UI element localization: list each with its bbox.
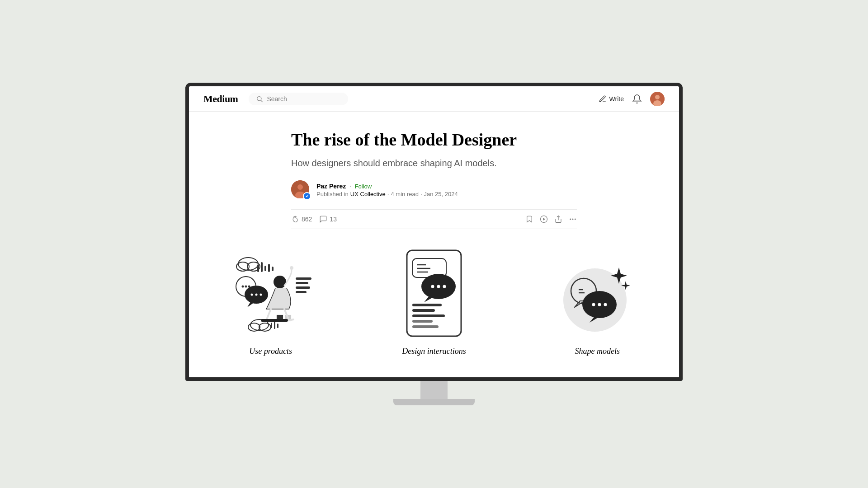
svg-point-68	[592, 303, 595, 306]
author-avatar-wrapper	[291, 180, 311, 200]
svg-point-70	[604, 303, 607, 306]
svg-point-3	[655, 95, 660, 99]
author-info: Paz Perez · Follow Published in UX Colle…	[316, 183, 458, 197]
claps-count: 862	[302, 216, 312, 223]
svg-point-42	[259, 323, 271, 331]
illustrations-section: Use products	[189, 244, 679, 356]
svg-rect-22	[272, 267, 274, 271]
svg-point-13	[572, 218, 574, 220]
design-interactions-illustration	[393, 246, 475, 341]
svg-point-6	[297, 184, 303, 190]
illustration-image-1	[189, 244, 352, 343]
write-label: Write	[609, 95, 624, 103]
author-row: Paz Perez · Follow Published in UX Colle…	[291, 180, 577, 200]
search-bar[interactable]	[249, 93, 348, 105]
svg-rect-45	[277, 324, 278, 328]
search-input[interactable]	[267, 95, 335, 103]
user-avatar[interactable]	[650, 92, 665, 106]
svg-point-55	[443, 285, 446, 288]
svg-rect-43	[271, 323, 272, 328]
header: Medium Write	[189, 86, 679, 112]
svg-point-32	[274, 276, 286, 288]
header-left: Medium	[203, 93, 348, 105]
svg-point-0	[257, 96, 261, 100]
svg-point-30	[259, 293, 262, 296]
monitor-wrapper: Medium Write	[181, 83, 687, 405]
play-icon	[540, 215, 548, 223]
illustration-label-2: Design interactions	[402, 347, 466, 356]
header-right: Write	[599, 92, 665, 106]
svg-line-1	[261, 100, 263, 102]
article-container: The rise of the Model Designer How desig…	[280, 130, 588, 229]
svg-point-14	[575, 218, 576, 220]
comments-button[interactable]: 13	[319, 215, 337, 223]
svg-marker-31	[247, 302, 255, 307]
author-meta: Published in UX Collective · 4 min read …	[316, 191, 458, 197]
read-time: 4 min read	[391, 191, 418, 197]
svg-marker-38	[274, 311, 286, 324]
svg-rect-37	[296, 291, 307, 293]
more-icon	[569, 215, 577, 223]
svg-rect-36	[296, 286, 310, 289]
bookmark-icon	[525, 215, 533, 223]
share-icon	[554, 215, 562, 223]
write-icon	[599, 95, 607, 103]
illustration-image-3	[516, 244, 679, 343]
svg-rect-57	[412, 304, 442, 306]
badge-icon	[305, 194, 309, 198]
illustration-label-1: Use products	[249, 347, 292, 356]
svg-rect-21	[268, 264, 270, 272]
comments-count: 13	[330, 216, 337, 223]
monitor-stand-base	[393, 399, 475, 405]
svg-point-54	[437, 285, 440, 288]
dot-separator: ·	[349, 183, 351, 190]
publish-date: Jan 25, 2024	[424, 191, 458, 197]
listen-button[interactable]	[540, 215, 548, 223]
svg-rect-35	[296, 282, 308, 284]
claps-button[interactable]: 862	[291, 215, 312, 223]
shape-models-illustration	[552, 246, 642, 341]
author-name[interactable]: Paz Perez	[316, 183, 346, 190]
app: Medium Write	[189, 86, 679, 377]
article-title: The rise of the Model Designer	[291, 130, 577, 150]
follow-button[interactable]: Follow	[355, 183, 372, 190]
illustration-label-3: Shape models	[575, 347, 620, 356]
comment-icon	[319, 215, 327, 223]
svg-point-29	[255, 293, 257, 296]
illustration-block-1: Use products	[189, 244, 352, 356]
svg-point-41	[248, 323, 260, 331]
more-button[interactable]	[569, 215, 577, 223]
svg-point-28	[250, 293, 253, 296]
write-button[interactable]: Write	[599, 95, 624, 103]
svg-point-25	[245, 285, 247, 287]
bookmark-button[interactable]	[525, 215, 533, 223]
actions-bar: 862 13	[291, 209, 577, 229]
svg-point-33	[290, 266, 293, 270]
search-icon	[256, 95, 263, 103]
published-in-label: Published in	[316, 191, 349, 197]
share-button[interactable]	[554, 215, 562, 223]
author-badge	[303, 192, 311, 200]
svg-rect-18	[257, 265, 259, 272]
svg-rect-58	[412, 309, 435, 312]
medium-logo[interactable]: Medium	[203, 93, 238, 105]
notifications-button[interactable]	[632, 94, 642, 104]
publication-link[interactable]: UX Collective	[350, 191, 386, 197]
avatar-image	[650, 92, 665, 106]
svg-point-69	[598, 303, 601, 306]
use-products-illustration	[221, 246, 321, 341]
svg-rect-20	[264, 266, 266, 271]
actions-right	[525, 215, 577, 223]
svg-rect-34	[296, 277, 311, 280]
meta-separator-2: ·	[420, 191, 422, 197]
svg-rect-44	[274, 321, 275, 329]
svg-rect-46	[261, 319, 288, 322]
main-content: The rise of the Model Designer How desig…	[189, 112, 679, 377]
monitor-screen: Medium Write	[185, 83, 683, 381]
svg-point-53	[431, 285, 434, 288]
svg-rect-60	[412, 320, 433, 323]
illustration-image-2	[352, 244, 515, 343]
svg-marker-10	[543, 218, 546, 221]
illustration-block-3: Shape models	[516, 244, 679, 356]
svg-point-12	[570, 218, 571, 220]
